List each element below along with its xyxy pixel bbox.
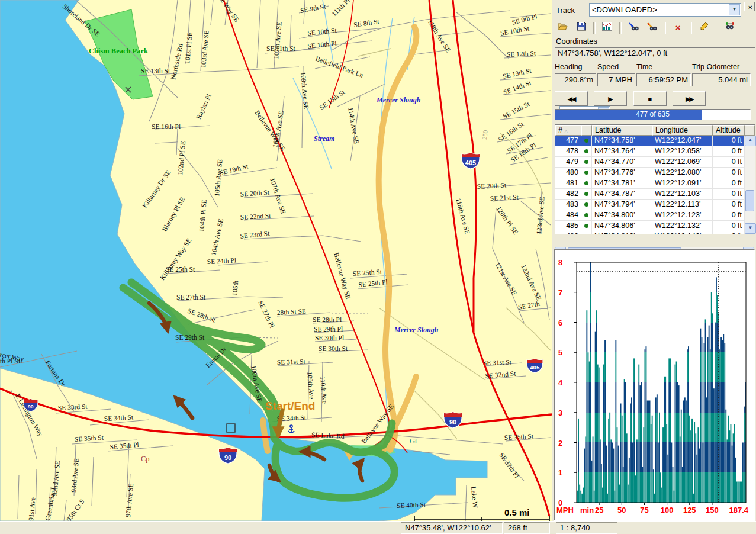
svg-text:90: 90 (449, 419, 456, 426)
speed-bar (706, 397, 707, 503)
speed-chart-panel: 012345678MPHmin255075100125150187.4 (554, 249, 755, 521)
speed-bar (624, 379, 625, 503)
progress-text: 477 of 635 (555, 110, 750, 118)
speed-bar (735, 458, 736, 503)
heading-label: Heading (555, 63, 597, 71)
col-longitude[interactable]: Longitude (652, 125, 713, 136)
table-cell: 480 (555, 168, 581, 178)
table-cell: N47°34.758' (592, 136, 652, 146)
table-vertical-scrollbar[interactable]: ▲ ▼ (745, 136, 755, 234)
map-label: Start/End (265, 400, 315, 412)
speed-bar (604, 340, 606, 503)
find-on-map-icon[interactable] (722, 19, 738, 34)
speed-bar (680, 436, 681, 503)
fast-forward-button[interactable]: ▶▶ (673, 91, 706, 106)
speed-bar (631, 397, 632, 503)
speed-bar (720, 337, 722, 503)
speed-bar (700, 329, 701, 503)
speed-bar (595, 332, 596, 503)
speed-bar (691, 419, 693, 503)
scroll-down-icon[interactable]: ▼ (745, 223, 756, 234)
speed-label: Speed (597, 63, 636, 71)
scroll-up-icon[interactable]: ▲ (745, 136, 756, 146)
table-row[interactable]: 483N47°34.794'W122°12.113'0 ft (555, 200, 745, 210)
speed-bar (740, 482, 741, 503)
table-cell: W122°12.132' (652, 221, 713, 231)
speed-bar (585, 436, 586, 503)
speed-bar (693, 494, 694, 503)
speed-bar (632, 443, 633, 503)
map-canvas[interactable]: Shoreland Dr SEChism Beach ParkNorthside… (0, 0, 552, 521)
speed-bar (657, 394, 658, 503)
speed-bar (723, 334, 724, 503)
find-end-icon[interactable] (644, 19, 660, 34)
y-axis-tick-label: 7 (558, 288, 562, 297)
y-axis-tick-label: 3 (558, 408, 562, 417)
track-combobox[interactable]: <DOWNLOADED> ▼ (589, 3, 741, 17)
speed-bar (623, 467, 624, 503)
table-row[interactable]: 480N47°34.776'W122°12.080'0 ft (555, 168, 745, 178)
col-icon[interactable] (581, 125, 592, 136)
speed-bar (645, 349, 646, 503)
table-row[interactable]: 479N47°34.770'W122°12.069'0 ft (555, 157, 745, 168)
table-cell: W122°12.047' (652, 136, 713, 146)
speed-bar (608, 419, 609, 503)
table-cell: N47°34.787' (592, 189, 652, 199)
rewind-button[interactable]: ◀◀ (555, 91, 588, 106)
speed-bar (683, 401, 684, 503)
table-cell: 483 (555, 200, 581, 210)
close-icon[interactable]: × (744, 2, 755, 11)
open-file-icon[interactable] (555, 19, 571, 34)
speed-bar (673, 467, 674, 503)
chevron-down-icon[interactable]: ▼ (729, 4, 740, 15)
table-cell: W122°12.058' (652, 146, 713, 156)
y-axis-tick-label: 4 (558, 378, 563, 387)
save-file-icon[interactable] (573, 19, 589, 34)
speed-bar (590, 262, 591, 503)
speed-bar (652, 416, 653, 503)
table-cell: 481 (555, 178, 581, 188)
map-label: 105th (231, 280, 239, 296)
table-cell: 0 ft (713, 221, 745, 231)
speed-bar (659, 413, 660, 503)
col-latitude[interactable]: Latitude (592, 125, 652, 136)
speed-bar (690, 430, 691, 503)
speed-bar (742, 443, 744, 503)
speed-bar (681, 410, 682, 503)
col-number[interactable]: # △ (555, 125, 581, 136)
speed-bar (653, 469, 654, 503)
edit-pencil-icon[interactable] (696, 19, 712, 34)
table-body[interactable]: 477N47°34.758'W122°12.047'0 ft478N47°34.… (555, 136, 745, 234)
table-row[interactable]: 478N47°34.764'W122°12.058'0 ft (555, 146, 745, 157)
map-area[interactable]: Shoreland Dr SEChism Beach ParkNorthside… (0, 0, 552, 521)
table-cell: 0 ft (713, 157, 745, 167)
table-row[interactable]: 477N47°34.758'W122°12.047'0 ft (555, 136, 745, 146)
table-cell: W122°12.091' (652, 178, 713, 188)
speed-bar (704, 343, 705, 503)
speed-bar (601, 464, 602, 503)
play-button[interactable]: ▶ (594, 91, 627, 106)
table-row[interactable]: 485N47°34.806'W122°12.132'0 ft (555, 221, 745, 231)
speed-bar (599, 368, 600, 503)
table-row[interactable]: 484N47°34.800'W122°12.123'0 ft (555, 210, 745, 221)
scrollbar-thumb[interactable] (745, 190, 754, 211)
playback-progress-bar[interactable]: 477 of 635 (555, 109, 751, 120)
find-start-icon[interactable] (625, 19, 641, 34)
speed-bar (612, 443, 613, 503)
plot-chart-icon[interactable] (599, 19, 615, 34)
stop-button[interactable]: ■ (633, 91, 667, 106)
table-row[interactable]: 481N47°34.781'W122°12.091'0 ft (555, 178, 745, 189)
table-cell: 479 (555, 157, 581, 167)
speed-bar (618, 446, 619, 503)
delete-icon[interactable]: × (670, 20, 686, 35)
speed-bar (635, 475, 636, 503)
table-row[interactable]: 486N47°34.812'W122°12.142'0 ft (555, 231, 745, 234)
speed-bar (581, 494, 583, 503)
speed-bar (649, 401, 651, 503)
col-altitude[interactable]: Altitude (713, 125, 745, 136)
speed-bar (724, 343, 725, 503)
table-cell: 0 ft (713, 136, 745, 146)
speed-chart[interactable]: 012345678MPHmin255075100125150187.4 (555, 250, 752, 517)
table-row[interactable]: 482N47°34.787'W122°12.103'0 ft (555, 189, 745, 200)
speed-bar (711, 292, 712, 503)
